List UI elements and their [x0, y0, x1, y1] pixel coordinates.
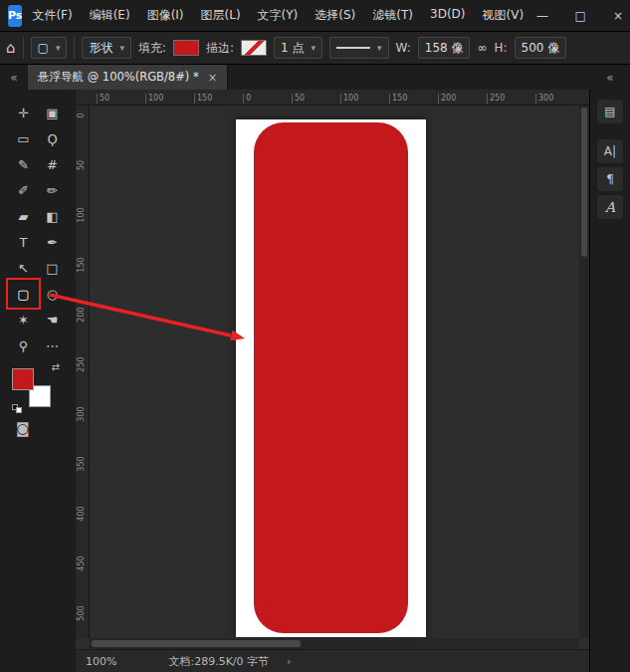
h-ruler-label: 0	[243, 94, 251, 104]
vertical-ruler[interactable]: 050100150200250300350400450500	[76, 106, 90, 638]
stroke-width-value: 1 点	[281, 40, 304, 57]
rounded-rect-tool-icon: ▢	[38, 41, 49, 55]
eraser-tool[interactable]: ▰	[9, 203, 38, 229]
v-ruler-label: 350	[77, 454, 89, 474]
tool-preset-picker[interactable]: ▢ ▾	[31, 37, 68, 59]
gradient-tool[interactable]: ◧	[38, 203, 67, 229]
minimize-button[interactable]: —	[524, 0, 561, 31]
custom-shape-tool[interactable]: ✶	[9, 307, 38, 333]
v-ruler-label: 150	[77, 255, 89, 275]
tab-close-icon[interactable]: ×	[208, 71, 218, 85]
status-bar: 100% 文档:289.5K/0 字节 ›	[76, 649, 589, 672]
artboard-tool[interactable]: ▣	[38, 100, 67, 125]
panel-stack-icon[interactable]: ▤	[597, 100, 623, 123]
menu-item-3[interactable]: 图像(I)	[147, 7, 184, 24]
artboard[interactable]	[236, 119, 426, 637]
fill-color-swatch[interactable]	[173, 40, 199, 56]
v-ruler-label: 100	[77, 205, 89, 225]
vertical-scrollbar[interactable]	[579, 106, 589, 638]
paragraph-panel-icon[interactable]: ¶	[597, 167, 623, 191]
stroke-color-swatch[interactable]	[241, 40, 267, 56]
more-tool[interactable]: ⋯	[38, 333, 67, 358]
stroke-label: 描边:	[206, 40, 234, 57]
menu-item-1[interactable]: 文件(F)	[32, 7, 72, 24]
vertical-scrollbar-thumb[interactable]	[581, 108, 587, 257]
v-ruler-label: 250	[77, 354, 89, 374]
quick-selection-tool[interactable]: ✎	[9, 151, 38, 177]
tab-bar: « 悬浮导航 @ 100%(RGB/8#) * × «	[0, 65, 630, 90]
lasso-tool[interactable]: Ϙ	[38, 125, 67, 151]
panel-icons: ▤A|¶A	[590, 98, 630, 221]
rounded-rectangle-tool[interactable]: ▢	[9, 281, 38, 307]
hand-tool[interactable]: ☚	[38, 307, 67, 333]
chevron-down-icon: ▾	[311, 43, 315, 53]
rectangle-tool[interactable]: □	[38, 255, 67, 281]
link-dimensions-icon[interactable]: ∞	[477, 41, 487, 55]
menu-item-7[interactable]: 滤镜(T)	[372, 7, 413, 24]
h-ruler-label: 150	[194, 94, 212, 104]
path-selection-tool[interactable]: ↖	[9, 255, 38, 281]
chevron-down-icon: ▾	[56, 43, 61, 53]
zoom-tool[interactable]: ⚲	[9, 333, 38, 358]
marquee-tool[interactable]: ▭	[9, 125, 38, 151]
brush-tool[interactable]: ✏	[38, 177, 67, 203]
glyphs-panel-icon[interactable]: A	[597, 195, 623, 219]
h-ruler-label: 100	[145, 94, 163, 104]
photoshop-logo[interactable]: Ps	[8, 5, 22, 27]
chevron-down-icon: ▾	[119, 43, 124, 53]
document-tab[interactable]: 悬浮导航 @ 100%(RGB/8#) * ×	[28, 65, 228, 90]
v-ruler-label: 200	[77, 305, 89, 325]
toolbar-collapse-icon[interactable]: «	[0, 65, 28, 90]
quick-mask-icon[interactable]: ◙	[16, 420, 30, 436]
eyedropper-tool[interactable]: ✐	[9, 177, 38, 203]
pasteboard[interactable]	[90, 106, 579, 638]
home-icon[interactable]: ⌂	[6, 39, 16, 57]
menu-item-8[interactable]: 3D(D)	[430, 7, 465, 24]
chevron-down-icon: ▾	[377, 43, 382, 53]
default-colors-icon[interactable]	[12, 404, 24, 414]
h-ruler-label: 50	[97, 94, 109, 104]
menu-item-9[interactable]: 视图(V)	[482, 7, 524, 24]
zoom-level-field[interactable]: 100%	[86, 655, 116, 668]
v-ruler-label: 400	[77, 504, 89, 524]
v-ruler-label: 500	[77, 603, 89, 623]
menubar: Ps 文件(F)编辑(E)图像(I)图层(L)文字(Y)选择(S)滤镜(T)3D…	[0, 0, 630, 32]
tool-mode-select[interactable]: 形状 ▾	[82, 37, 131, 59]
panel-collapse-icon[interactable]: «	[590, 65, 630, 90]
width-label: W:	[396, 41, 411, 55]
move-tool[interactable]: ✛	[9, 100, 38, 125]
close-button[interactable]: ×	[599, 0, 630, 31]
character-panel-icon[interactable]: A|	[597, 139, 623, 163]
menu-item-2[interactable]: 编辑(E)	[90, 7, 130, 24]
height-input[interactable]: 500 像	[515, 37, 567, 59]
right-panel-rail: ▤A|¶A	[589, 90, 630, 672]
h-ruler-label: 100	[340, 94, 358, 104]
window-controls: —□×	[524, 0, 630, 31]
h-ruler-label: 150	[389, 94, 407, 104]
v-ruler-label: 50	[77, 155, 89, 175]
horizontal-scrollbar[interactable]	[90, 638, 579, 649]
h-ruler-label: 200	[438, 94, 456, 104]
divider	[23, 37, 24, 59]
menu-item-6[interactable]: 选择(S)	[315, 7, 355, 24]
ellipse-tool[interactable]: ○	[38, 281, 67, 307]
maximize-button[interactable]: □	[561, 0, 599, 31]
height-label: H:	[494, 41, 507, 55]
horizontal-scrollbar-thumb[interactable]	[92, 640, 301, 647]
status-chevron-icon[interactable]: ›	[287, 655, 291, 668]
stroke-style-select[interactable]: ▾	[329, 37, 389, 59]
crop-tool[interactable]: #	[38, 151, 67, 177]
menu-item-5[interactable]: 文字(Y)	[258, 7, 299, 24]
horizontal-ruler[interactable]: 50100150050100150200250300	[76, 90, 589, 106]
width-input[interactable]: 158 像	[418, 37, 471, 59]
menu-items: 文件(F)编辑(E)图像(I)图层(L)文字(Y)选择(S)滤镜(T)3D(D)…	[32, 7, 524, 24]
menu-item-4[interactable]: 图层(L)	[201, 7, 241, 24]
pen-tool[interactable]: ✒	[38, 229, 67, 255]
rounded-rectangle-shape[interactable]	[254, 122, 408, 633]
swap-colors-icon[interactable]: ⇄	[52, 361, 60, 372]
stroke-width-select[interactable]: 1 点 ▾	[274, 37, 322, 59]
foreground-color-swatch[interactable]	[12, 368, 34, 390]
tool-panel: ✛▣▭Ϙ✎#✐✏▰◧T✒↖□▢○✶☚⚲⋯ ⇄ ◙	[0, 90, 76, 672]
type-tool[interactable]: T	[9, 229, 38, 255]
canvas-area: 50100150050100150200250300 0501001502002…	[76, 90, 589, 672]
